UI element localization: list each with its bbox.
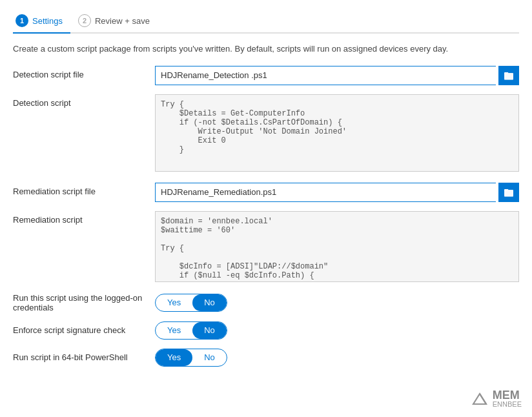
detection-script-row: Detection script <box>13 94 519 174</box>
tab-settings[interactable]: 1 Settings <box>13 10 70 34</box>
remediation-file-label: Remediation script file <box>13 183 155 196</box>
detection-file-label: Detection script file <box>13 66 155 79</box>
tab-review-label: Review + save <box>95 16 150 26</box>
remediation-script-textarea[interactable] <box>155 211 519 282</box>
svg-marker-2 <box>473 394 486 404</box>
powershell-yes-button[interactable]: Yes <box>156 349 192 366</box>
powershell-label: Run script in 64-bit PowerShell <box>13 352 155 362</box>
logged-on-creds-row: Run this script using the logged-on cred… <box>13 293 519 312</box>
remediation-script-row: Remediation script <box>13 211 519 284</box>
powershell-control: Yes No <box>155 349 519 367</box>
remediation-file-control <box>155 183 519 202</box>
remediation-file-browse-button[interactable] <box>498 183 519 202</box>
signature-check-row: Enforce script signature check Yes No <box>13 321 519 340</box>
tab-review[interactable]: 2 Review + save <box>76 10 158 32</box>
detection-file-input[interactable] <box>155 66 496 85</box>
detection-file-input-row <box>155 66 519 85</box>
detection-script-textarea[interactable] <box>155 94 519 172</box>
logo-icon <box>471 390 489 408</box>
powershell-toggle[interactable]: Yes No <box>155 349 227 367</box>
page-description: Create a custom script package from scri… <box>13 43 519 56</box>
logged-on-creds-no-button[interactable]: No <box>192 294 227 311</box>
folder-icon-2 <box>504 187 514 198</box>
logged-on-creds-yes-button[interactable]: Yes <box>156 294 192 311</box>
remediation-script-control <box>155 211 519 284</box>
detection-file-control <box>155 66 519 85</box>
detection-file-browse-button[interactable] <box>498 66 519 85</box>
tab-settings-number: 1 <box>15 14 28 27</box>
remediation-file-row: Remediation script file <box>13 183 519 202</box>
signature-check-toggle[interactable]: Yes No <box>155 321 227 340</box>
detection-file-row: Detection script file <box>13 66 519 85</box>
signature-check-control: Yes No <box>155 321 519 340</box>
tab-bar: 1 Settings 2 Review + save <box>13 10 519 34</box>
svg-line-3 <box>480 394 486 404</box>
logo-line1: MEM <box>493 389 522 401</box>
remediation-file-input[interactable] <box>155 183 496 202</box>
folder-icon <box>504 70 514 81</box>
detection-script-control <box>155 94 519 174</box>
remediation-file-input-row <box>155 183 519 202</box>
tab-review-number: 2 <box>78 14 91 27</box>
tab-settings-label: Settings <box>32 16 63 26</box>
logged-on-creds-control: Yes No <box>155 294 519 312</box>
logo: MEM ENNBEE <box>471 389 522 408</box>
logo-text-block: MEM ENNBEE <box>493 389 522 408</box>
powershell-no-button[interactable]: No <box>192 349 227 366</box>
logged-on-creds-toggle[interactable]: Yes No <box>155 294 227 312</box>
signature-check-label: Enforce script signature check <box>13 325 155 335</box>
signature-check-yes-button[interactable]: Yes <box>156 322 192 339</box>
detection-script-label: Detection script <box>13 94 155 108</box>
powershell-row: Run script in 64-bit PowerShell Yes No <box>13 349 519 367</box>
signature-check-no-button[interactable]: No <box>192 322 227 339</box>
logged-on-creds-label: Run this script using the logged-on cred… <box>13 293 155 312</box>
remediation-script-label: Remediation script <box>13 211 155 225</box>
logo-line2: ENNBEE <box>493 401 522 408</box>
